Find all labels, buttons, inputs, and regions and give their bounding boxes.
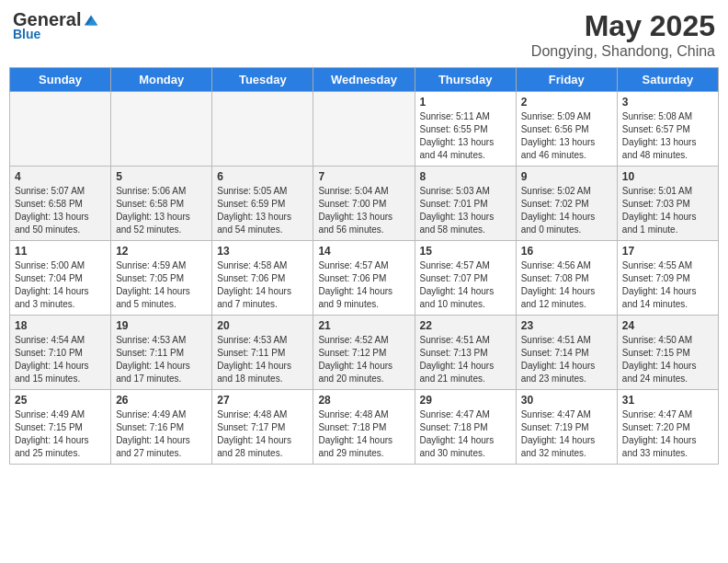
day-info: Sunrise: 4:49 AMSunset: 7:16 PMDaylight:… (116, 408, 207, 460)
day-info: Sunrise: 4:53 AMSunset: 7:11 PMDaylight:… (217, 334, 308, 385)
location-subtitle: Dongying, Shandong, China (531, 43, 715, 60)
day-info: Sunrise: 4:55 AMSunset: 7:09 PMDaylight:… (622, 259, 713, 311)
day-info: Sunrise: 5:05 AMSunset: 6:59 PMDaylight:… (217, 185, 308, 236)
day-number: 8 (420, 170, 511, 183)
calendar-day-cell: 10Sunrise: 5:01 AMSunset: 7:03 PMDayligh… (617, 167, 718, 241)
calendar-day-cell: 6Sunrise: 5:05 AMSunset: 6:59 PMDaylight… (212, 167, 313, 241)
calendar-day-cell: 15Sunrise: 4:57 AMSunset: 7:07 PMDayligh… (415, 241, 516, 316)
day-number: 10 (622, 170, 713, 183)
calendar-day-cell: 26Sunrise: 4:49 AMSunset: 7:16 PMDayligh… (111, 390, 212, 465)
day-number: 29 (420, 394, 511, 407)
logo-blue-text: Blue (13, 27, 40, 41)
day-number: 22 (420, 319, 511, 332)
day-info: Sunrise: 4:57 AMSunset: 7:06 PMDaylight:… (318, 259, 409, 311)
calendar-day-cell: 16Sunrise: 4:56 AMSunset: 7:08 PMDayligh… (516, 241, 617, 316)
day-info: Sunrise: 5:06 AMSunset: 6:58 PMDaylight:… (116, 185, 207, 236)
day-info: Sunrise: 4:50 AMSunset: 7:15 PMDaylight:… (622, 334, 713, 385)
calendar-day-cell (111, 92, 212, 167)
day-info: Sunrise: 4:59 AMSunset: 7:05 PMDaylight:… (116, 259, 207, 311)
weekday-header: Friday (516, 68, 617, 92)
day-number: 26 (116, 394, 207, 407)
calendar-day-cell (212, 92, 313, 167)
weekday-header: Monday (111, 68, 212, 92)
day-number: 9 (521, 170, 612, 183)
day-info: Sunrise: 4:56 AMSunset: 7:08 PMDaylight:… (521, 259, 612, 311)
day-number: 25 (15, 394, 106, 407)
calendar-day-cell: 24Sunrise: 4:50 AMSunset: 7:15 PMDayligh… (617, 316, 718, 390)
day-info: Sunrise: 4:51 AMSunset: 7:14 PMDaylight:… (521, 334, 612, 385)
calendar-day-cell: 14Sunrise: 4:57 AMSunset: 7:06 PMDayligh… (313, 241, 415, 316)
day-info: Sunrise: 5:02 AMSunset: 7:02 PMDaylight:… (521, 185, 612, 236)
calendar-day-cell: 21Sunrise: 4:52 AMSunset: 7:12 PMDayligh… (313, 316, 415, 390)
day-number: 7 (318, 170, 409, 183)
day-info: Sunrise: 4:57 AMSunset: 7:07 PMDaylight:… (420, 259, 511, 311)
day-number: 6 (217, 170, 308, 183)
page-header: General Blue May 2025 Dongying, Shandong… (9, 9, 719, 60)
day-number: 12 (116, 245, 207, 258)
calendar-day-cell (313, 92, 415, 167)
month-year-title: May 2025 (531, 9, 715, 43)
calendar-day-cell: 20Sunrise: 4:53 AMSunset: 7:11 PMDayligh… (212, 316, 313, 390)
calendar-day-cell: 30Sunrise: 4:47 AMSunset: 7:19 PMDayligh… (516, 390, 617, 465)
day-number: 13 (217, 245, 308, 258)
day-info: Sunrise: 5:01 AMSunset: 7:03 PMDaylight:… (622, 185, 713, 236)
day-number: 15 (420, 245, 511, 258)
calendar-table: SundayMondayTuesdayWednesdayThursdayFrid… (9, 67, 719, 465)
day-number: 11 (15, 245, 106, 258)
day-info: Sunrise: 5:08 AMSunset: 6:57 PMDaylight:… (622, 110, 713, 162)
calendar-week-row: 4Sunrise: 5:07 AMSunset: 6:58 PMDaylight… (10, 167, 719, 241)
day-number: 1 (420, 96, 511, 109)
day-info: Sunrise: 4:58 AMSunset: 7:06 PMDaylight:… (217, 259, 308, 311)
calendar-day-cell: 29Sunrise: 4:47 AMSunset: 7:18 PMDayligh… (415, 390, 516, 465)
title-block: May 2025 Dongying, Shandong, China (531, 9, 715, 60)
day-info: Sunrise: 5:04 AMSunset: 7:00 PMDaylight:… (318, 185, 409, 236)
calendar-day-cell: 13Sunrise: 4:58 AMSunset: 7:06 PMDayligh… (212, 241, 313, 316)
day-number: 18 (15, 319, 106, 332)
weekday-header: Thursday (415, 68, 516, 92)
weekday-header: Tuesday (212, 68, 313, 92)
day-info: Sunrise: 4:52 AMSunset: 7:12 PMDaylight:… (318, 334, 409, 385)
day-number: 27 (217, 394, 308, 407)
day-info: Sunrise: 5:07 AMSunset: 6:58 PMDaylight:… (15, 185, 106, 236)
calendar-day-cell: 2Sunrise: 5:09 AMSunset: 6:56 PMDaylight… (516, 92, 617, 167)
calendar-day-cell: 4Sunrise: 5:07 AMSunset: 6:58 PMDaylight… (10, 167, 111, 241)
day-number: 14 (318, 245, 409, 258)
logo: General Blue (13, 9, 99, 41)
calendar-header-row: SundayMondayTuesdayWednesdayThursdayFrid… (10, 68, 719, 92)
day-info: Sunrise: 4:51 AMSunset: 7:13 PMDaylight:… (420, 334, 511, 385)
weekday-header: Saturday (617, 68, 718, 92)
calendar-day-cell: 3Sunrise: 5:08 AMSunset: 6:57 PMDaylight… (617, 92, 718, 167)
day-info: Sunrise: 4:54 AMSunset: 7:10 PMDaylight:… (15, 334, 106, 385)
weekday-header: Sunday (10, 68, 111, 92)
day-info: Sunrise: 4:47 AMSunset: 7:19 PMDaylight:… (521, 408, 612, 460)
day-number: 24 (622, 319, 713, 332)
day-info: Sunrise: 5:03 AMSunset: 7:01 PMDaylight:… (420, 185, 511, 236)
day-info: Sunrise: 4:48 AMSunset: 7:18 PMDaylight:… (318, 408, 409, 460)
day-info: Sunrise: 4:49 AMSunset: 7:15 PMDaylight:… (15, 408, 106, 460)
day-number: 16 (521, 245, 612, 258)
day-number: 23 (521, 319, 612, 332)
day-number: 20 (217, 319, 308, 332)
calendar-day-cell: 9Sunrise: 5:02 AMSunset: 7:02 PMDaylight… (516, 167, 617, 241)
calendar-day-cell: 5Sunrise: 5:06 AMSunset: 6:58 PMDaylight… (111, 167, 212, 241)
calendar-day-cell: 17Sunrise: 4:55 AMSunset: 7:09 PMDayligh… (617, 241, 718, 316)
day-info: Sunrise: 5:00 AMSunset: 7:04 PMDaylight:… (15, 259, 106, 311)
day-info: Sunrise: 4:47 AMSunset: 7:18 PMDaylight:… (420, 408, 511, 460)
day-info: Sunrise: 4:48 AMSunset: 7:17 PMDaylight:… (217, 408, 308, 460)
day-number: 28 (318, 394, 409, 407)
calendar-week-row: 25Sunrise: 4:49 AMSunset: 7:15 PMDayligh… (10, 390, 719, 465)
day-info: Sunrise: 5:09 AMSunset: 6:56 PMDaylight:… (521, 110, 612, 162)
calendar-day-cell: 27Sunrise: 4:48 AMSunset: 7:17 PMDayligh… (212, 390, 313, 465)
day-number: 31 (622, 394, 713, 407)
day-number: 30 (521, 394, 612, 407)
calendar-day-cell: 31Sunrise: 4:47 AMSunset: 7:20 PMDayligh… (617, 390, 718, 465)
calendar-week-row: 18Sunrise: 4:54 AMSunset: 7:10 PMDayligh… (10, 316, 719, 390)
day-number: 17 (622, 245, 713, 258)
day-number: 4 (15, 170, 106, 183)
calendar-day-cell: 25Sunrise: 4:49 AMSunset: 7:15 PMDayligh… (10, 390, 111, 465)
calendar-week-row: 11Sunrise: 5:00 AMSunset: 7:04 PMDayligh… (10, 241, 719, 316)
day-number: 5 (116, 170, 207, 183)
day-number: 21 (318, 319, 409, 332)
day-number: 3 (622, 96, 713, 109)
calendar-day-cell: 12Sunrise: 4:59 AMSunset: 7:05 PMDayligh… (111, 241, 212, 316)
